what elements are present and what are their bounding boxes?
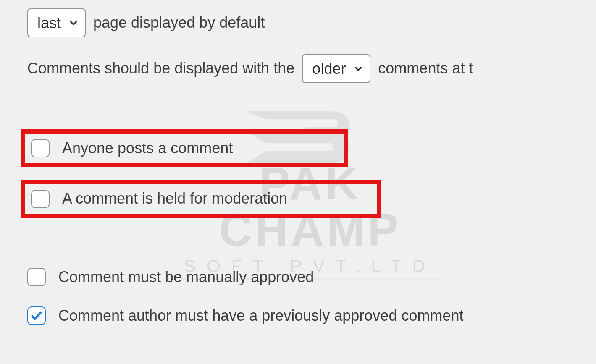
comment-order-select-wrap: older <box>302 54 370 83</box>
default-page-label: page displayed by default <box>93 12 265 33</box>
checkbox-anyone-posts[interactable] <box>31 139 50 157</box>
check-icon <box>30 309 43 322</box>
default-page-row: last page displayed by default <box>27 8 596 37</box>
default-page-select[interactable]: last <box>27 8 86 37</box>
highlight-anyone-posts: Anyone posts a comment <box>21 129 348 167</box>
comment-order-suffix: comments at t <box>378 58 473 79</box>
comment-order-prefix: Comments should be displayed with the <box>27 58 294 79</box>
checkbox-row-anyone-posts[interactable]: Anyone posts a comment <box>25 134 344 163</box>
comment-order-row: Comments should be displayed with the ol… <box>27 54 596 83</box>
checkbox-row-prev-approved[interactable]: Comment author must have a previously ap… <box>27 303 596 329</box>
checkbox-label-anyone-posts: Anyone posts a comment <box>62 138 233 159</box>
comment-order-select[interactable]: older <box>302 54 370 83</box>
highlight-held-moderation: A comment is held for moderation <box>21 180 381 217</box>
checkbox-label-manually-approved: Comment must be manually approved <box>58 267 314 288</box>
checkbox-label-held-moderation: A comment is held for moderation <box>62 188 287 209</box>
default-page-select-wrap: last <box>27 8 86 37</box>
checkbox-row-manually-approved[interactable]: Comment must be manually approved <box>27 264 596 290</box>
discussion-settings-section: last page displayed by default Comments … <box>0 0 596 329</box>
checkbox-prev-approved[interactable] <box>27 306 46 325</box>
checkbox-manually-approved[interactable] <box>27 268 46 286</box>
checkbox-label-prev-approved: Comment author must have a previously ap… <box>58 305 463 326</box>
checkbox-held-moderation[interactable] <box>31 190 50 208</box>
checkbox-row-held-moderation[interactable]: A comment is held for moderation <box>25 184 377 213</box>
